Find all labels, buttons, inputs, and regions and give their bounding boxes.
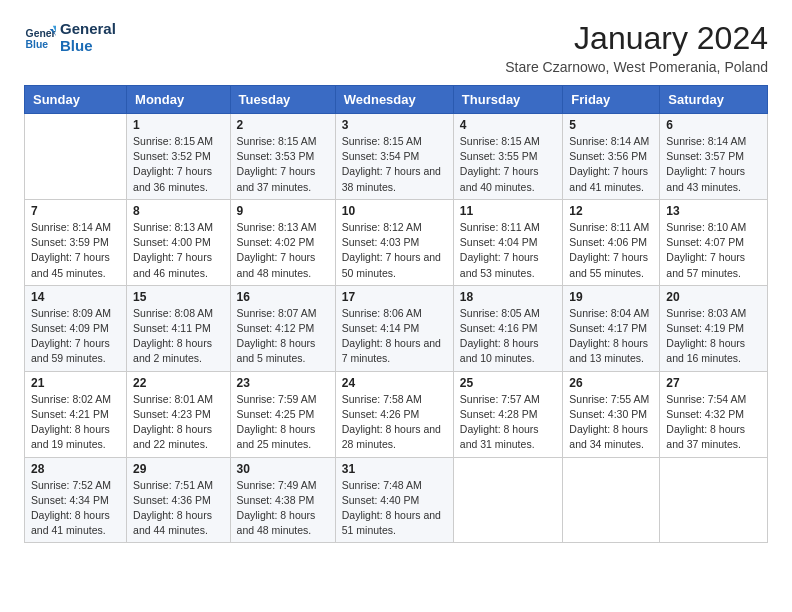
logo-line2: Blue: [60, 37, 116, 54]
day-number: 22: [133, 376, 223, 390]
day-cell: 5Sunrise: 8:14 AMSunset: 3:56 PMDaylight…: [563, 114, 660, 200]
day-detail: Sunrise: 8:10 AMSunset: 4:07 PMDaylight:…: [666, 220, 761, 281]
day-cell: 22Sunrise: 8:01 AMSunset: 4:23 PMDayligh…: [127, 371, 230, 457]
day-cell: 28Sunrise: 7:52 AMSunset: 4:34 PMDayligh…: [25, 457, 127, 543]
day-detail: Sunrise: 7:57 AMSunset: 4:28 PMDaylight:…: [460, 392, 556, 453]
day-cell: 26Sunrise: 7:55 AMSunset: 4:30 PMDayligh…: [563, 371, 660, 457]
day-cell: 18Sunrise: 8:05 AMSunset: 4:16 PMDayligh…: [453, 285, 562, 371]
col-header-thursday: Thursday: [453, 86, 562, 114]
calendar-table: SundayMondayTuesdayWednesdayThursdayFrid…: [24, 85, 768, 543]
day-detail: Sunrise: 8:12 AMSunset: 4:03 PMDaylight:…: [342, 220, 447, 281]
month-year-title: January 2024: [505, 20, 768, 57]
day-number: 9: [237, 204, 329, 218]
day-detail: Sunrise: 8:13 AMSunset: 4:00 PMDaylight:…: [133, 220, 223, 281]
day-number: 5: [569, 118, 653, 132]
header: General Blue General Blue January 2024 S…: [24, 20, 768, 75]
day-detail: Sunrise: 8:07 AMSunset: 4:12 PMDaylight:…: [237, 306, 329, 367]
day-detail: Sunrise: 8:02 AMSunset: 4:21 PMDaylight:…: [31, 392, 120, 453]
day-detail: Sunrise: 8:13 AMSunset: 4:02 PMDaylight:…: [237, 220, 329, 281]
day-number: 7: [31, 204, 120, 218]
logo-line1: General: [60, 20, 116, 37]
day-cell: 8Sunrise: 8:13 AMSunset: 4:00 PMDaylight…: [127, 199, 230, 285]
day-detail: Sunrise: 7:51 AMSunset: 4:36 PMDaylight:…: [133, 478, 223, 539]
day-number: 20: [666, 290, 761, 304]
day-cell: 14Sunrise: 8:09 AMSunset: 4:09 PMDayligh…: [25, 285, 127, 371]
day-cell: 17Sunrise: 8:06 AMSunset: 4:14 PMDayligh…: [335, 285, 453, 371]
day-detail: Sunrise: 8:06 AMSunset: 4:14 PMDaylight:…: [342, 306, 447, 367]
day-cell: 29Sunrise: 7:51 AMSunset: 4:36 PMDayligh…: [127, 457, 230, 543]
day-number: 3: [342, 118, 447, 132]
day-cell: 10Sunrise: 8:12 AMSunset: 4:03 PMDayligh…: [335, 199, 453, 285]
day-number: 8: [133, 204, 223, 218]
day-detail: Sunrise: 8:04 AMSunset: 4:17 PMDaylight:…: [569, 306, 653, 367]
day-number: 28: [31, 462, 120, 476]
day-number: 27: [666, 376, 761, 390]
week-row-1: 1Sunrise: 8:15 AMSunset: 3:52 PMDaylight…: [25, 114, 768, 200]
col-header-friday: Friday: [563, 86, 660, 114]
title-area: January 2024 Stare Czarnowo, West Pomera…: [505, 20, 768, 75]
day-detail: Sunrise: 8:05 AMSunset: 4:16 PMDaylight:…: [460, 306, 556, 367]
day-number: 2: [237, 118, 329, 132]
svg-text:Blue: Blue: [26, 39, 49, 50]
day-detail: Sunrise: 8:11 AMSunset: 4:06 PMDaylight:…: [569, 220, 653, 281]
day-cell: [660, 457, 768, 543]
day-detail: Sunrise: 8:15 AMSunset: 3:52 PMDaylight:…: [133, 134, 223, 195]
day-number: 21: [31, 376, 120, 390]
col-header-monday: Monday: [127, 86, 230, 114]
week-row-5: 28Sunrise: 7:52 AMSunset: 4:34 PMDayligh…: [25, 457, 768, 543]
logo: General Blue General Blue: [24, 20, 116, 54]
day-number: 26: [569, 376, 653, 390]
day-number: 24: [342, 376, 447, 390]
week-row-2: 7Sunrise: 8:14 AMSunset: 3:59 PMDaylight…: [25, 199, 768, 285]
day-detail: Sunrise: 8:11 AMSunset: 4:04 PMDaylight:…: [460, 220, 556, 281]
day-cell: [563, 457, 660, 543]
col-header-sunday: Sunday: [25, 86, 127, 114]
day-detail: Sunrise: 8:01 AMSunset: 4:23 PMDaylight:…: [133, 392, 223, 453]
day-detail: Sunrise: 7:52 AMSunset: 4:34 PMDaylight:…: [31, 478, 120, 539]
day-number: 12: [569, 204, 653, 218]
day-detail: Sunrise: 8:15 AMSunset: 3:55 PMDaylight:…: [460, 134, 556, 195]
day-cell: 20Sunrise: 8:03 AMSunset: 4:19 PMDayligh…: [660, 285, 768, 371]
calendar-header-row: SundayMondayTuesdayWednesdayThursdayFrid…: [25, 86, 768, 114]
day-cell: 6Sunrise: 8:14 AMSunset: 3:57 PMDaylight…: [660, 114, 768, 200]
day-cell: 12Sunrise: 8:11 AMSunset: 4:06 PMDayligh…: [563, 199, 660, 285]
day-cell: [25, 114, 127, 200]
day-cell: 3Sunrise: 8:15 AMSunset: 3:54 PMDaylight…: [335, 114, 453, 200]
day-cell: 30Sunrise: 7:49 AMSunset: 4:38 PMDayligh…: [230, 457, 335, 543]
day-cell: 31Sunrise: 7:48 AMSunset: 4:40 PMDayligh…: [335, 457, 453, 543]
day-detail: Sunrise: 8:03 AMSunset: 4:19 PMDaylight:…: [666, 306, 761, 367]
day-detail: Sunrise: 8:14 AMSunset: 3:59 PMDaylight:…: [31, 220, 120, 281]
day-detail: Sunrise: 7:58 AMSunset: 4:26 PMDaylight:…: [342, 392, 447, 453]
day-cell: 27Sunrise: 7:54 AMSunset: 4:32 PMDayligh…: [660, 371, 768, 457]
day-cell: 24Sunrise: 7:58 AMSunset: 4:26 PMDayligh…: [335, 371, 453, 457]
day-number: 15: [133, 290, 223, 304]
day-detail: Sunrise: 8:15 AMSunset: 3:54 PMDaylight:…: [342, 134, 447, 195]
day-detail: Sunrise: 7:48 AMSunset: 4:40 PMDaylight:…: [342, 478, 447, 539]
day-number: 31: [342, 462, 447, 476]
day-number: 1: [133, 118, 223, 132]
calendar-body: 1Sunrise: 8:15 AMSunset: 3:52 PMDaylight…: [25, 114, 768, 543]
location-subtitle: Stare Czarnowo, West Pomerania, Poland: [505, 59, 768, 75]
col-header-tuesday: Tuesday: [230, 86, 335, 114]
day-number: 4: [460, 118, 556, 132]
day-cell: 9Sunrise: 8:13 AMSunset: 4:02 PMDaylight…: [230, 199, 335, 285]
day-number: 14: [31, 290, 120, 304]
day-detail: Sunrise: 8:08 AMSunset: 4:11 PMDaylight:…: [133, 306, 223, 367]
day-cell: 21Sunrise: 8:02 AMSunset: 4:21 PMDayligh…: [25, 371, 127, 457]
col-header-wednesday: Wednesday: [335, 86, 453, 114]
day-cell: 7Sunrise: 8:14 AMSunset: 3:59 PMDaylight…: [25, 199, 127, 285]
day-number: 29: [133, 462, 223, 476]
day-number: 18: [460, 290, 556, 304]
week-row-4: 21Sunrise: 8:02 AMSunset: 4:21 PMDayligh…: [25, 371, 768, 457]
day-cell: 2Sunrise: 8:15 AMSunset: 3:53 PMDaylight…: [230, 114, 335, 200]
day-number: 25: [460, 376, 556, 390]
day-number: 16: [237, 290, 329, 304]
day-number: 6: [666, 118, 761, 132]
day-detail: Sunrise: 8:14 AMSunset: 3:56 PMDaylight:…: [569, 134, 653, 195]
day-cell: 13Sunrise: 8:10 AMSunset: 4:07 PMDayligh…: [660, 199, 768, 285]
day-cell: 1Sunrise: 8:15 AMSunset: 3:52 PMDaylight…: [127, 114, 230, 200]
day-cell: 4Sunrise: 8:15 AMSunset: 3:55 PMDaylight…: [453, 114, 562, 200]
day-detail: Sunrise: 8:15 AMSunset: 3:53 PMDaylight:…: [237, 134, 329, 195]
day-cell: 25Sunrise: 7:57 AMSunset: 4:28 PMDayligh…: [453, 371, 562, 457]
day-detail: Sunrise: 7:49 AMSunset: 4:38 PMDaylight:…: [237, 478, 329, 539]
